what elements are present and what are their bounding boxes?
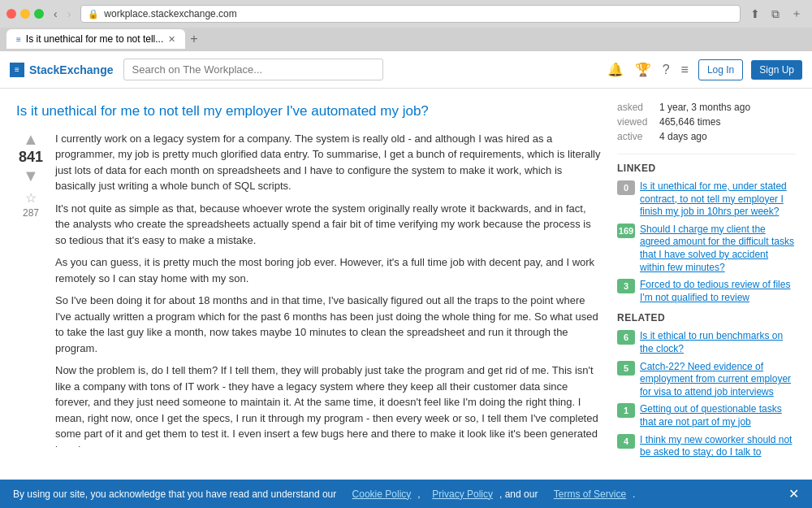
- site-name: StackExchange: [29, 63, 114, 76]
- question-content: ▲ 841 ▼ ☆ 287 I currently work on a lega…: [16, 131, 601, 447]
- upvote-button[interactable]: ▲: [23, 131, 39, 147]
- linked-link[interactable]: Is it unethical for me, under stated con…: [640, 180, 796, 219]
- related-badge: 5: [617, 361, 635, 376]
- main-container: Is it unethical for me to not tell my em…: [0, 89, 812, 460]
- linked-item: 3Forced to do tedious review of files I'…: [617, 279, 796, 304]
- search-input[interactable]: [123, 59, 383, 80]
- related-link[interactable]: I think my new coworker should not be as…: [640, 434, 796, 461]
- linked-title: LINKED: [617, 163, 796, 174]
- linked-badge: 3: [617, 279, 635, 293]
- linked-item: 0Is it unethical for me, under stated co…: [617, 180, 796, 219]
- stack-exchange-logo: ≡: [10, 63, 24, 77]
- question-title: Is it unethical for me to not tell my em…: [16, 102, 601, 121]
- post-paragraph: It's not quite as simple as that, becaus…: [55, 201, 601, 249]
- window-controls: [6, 9, 44, 19]
- active-label: active: [617, 131, 654, 142]
- related-item: 5Catch-22? Need evidence of employment f…: [617, 361, 796, 399]
- viewed-value: 465,646 times: [659, 116, 720, 128]
- tab-label: Is it unethical for me to not tell...: [26, 33, 163, 45]
- browser-chrome: ‹ › 🔒 workplace.stackexchange.com ⬆ ⧉ ＋ …: [0, 0, 812, 51]
- address-bar[interactable]: 🔒 workplace.stackexchange.com: [80, 5, 741, 23]
- site-header: ≡ StackExchange 🔔 🏆 ? ≡ Log In Sign Up: [0, 51, 812, 89]
- browser-titlebar: ‹ › 🔒 workplace.stackexchange.com ⬆ ⧉ ＋: [0, 0, 812, 28]
- linked-items: 0Is it unethical for me, under stated co…: [617, 180, 796, 304]
- active-tab[interactable]: ≡ Is it unethical for me to not tell... …: [6, 29, 185, 49]
- new-window-button[interactable]: ⧉: [768, 7, 783, 21]
- tab-bar: ≡ Is it unethical for me to not tell... …: [0, 28, 812, 50]
- related-title: RELATED: [617, 312, 796, 323]
- downvote-button[interactable]: ▼: [23, 167, 39, 184]
- lock-icon: 🔒: [88, 9, 99, 20]
- post-paragraph: So I've been doing it for about 18 month…: [55, 293, 601, 356]
- related-link[interactable]: Catch-22? Need evidence of employment fr…: [640, 361, 796, 399]
- related-item: 4I think my new coworker should not be a…: [617, 434, 796, 461]
- linked-badge: 169: [617, 224, 635, 238]
- inbox-icon[interactable]: 🔔: [606, 60, 625, 79]
- logo-area[interactable]: ≡ StackExchange: [10, 63, 114, 77]
- bookmark-button[interactable]: ☆: [25, 190, 37, 206]
- related-item: 1Getting out of questionable tasks that …: [617, 403, 796, 428]
- menu-icon[interactable]: ≡: [680, 61, 690, 79]
- tab-icon: ≡: [16, 35, 21, 44]
- linked-link[interactable]: Should I charge my client the agreed amo…: [640, 224, 796, 274]
- signup-button[interactable]: Sign Up: [751, 60, 802, 80]
- help-icon[interactable]: ?: [661, 61, 672, 79]
- related-link[interactable]: Getting out of questionable tasks that a…: [640, 403, 796, 428]
- viewed-label: viewed: [617, 116, 654, 128]
- sidebar: asked 1 year, 3 months ago viewed 465,64…: [617, 102, 796, 447]
- linked-item: 169Should I charge my client the agreed …: [617, 224, 796, 274]
- related-item: 6Is it ethical to run benchmarks on the …: [617, 330, 796, 355]
- related-badge: 4: [617, 434, 635, 449]
- tab-close-icon[interactable]: ✕: [168, 34, 175, 45]
- add-tab-button[interactable]: ＋: [788, 7, 806, 21]
- related-link[interactable]: Is it ethical to run benchmarks on the c…: [640, 330, 796, 355]
- url-text: workplace.stackexchange.com: [104, 8, 236, 20]
- related-badge: 1: [617, 403, 635, 418]
- linked-badge: 0: [617, 180, 635, 195]
- share-button[interactable]: ⬆: [747, 7, 763, 21]
- post-paragraph: Now the problem is, do I tell them? If I…: [55, 363, 601, 447]
- post-paragraph: I currently work on a legacy system for …: [55, 131, 601, 194]
- related-items: 6Is it ethical to run benchmarks on the …: [617, 330, 796, 460]
- back-button[interactable]: ‹: [50, 7, 61, 20]
- viewed-row: viewed 465,646 times: [617, 116, 796, 128]
- asked-row: asked 1 year, 3 months ago: [617, 102, 796, 113]
- active-value: 4 days ago: [659, 131, 707, 142]
- vote-count: 841: [19, 149, 43, 166]
- forward-button[interactable]: ›: [64, 7, 75, 20]
- bookmark-count: 287: [23, 207, 39, 219]
- related-badge: 6: [617, 330, 635, 345]
- asked-value: 1 year, 3 months ago: [659, 102, 750, 113]
- header-icons: 🔔 🏆 ? ≡ Log In Sign Up: [606, 59, 802, 80]
- meta-section: asked 1 year, 3 months ago viewed 465,64…: [617, 102, 796, 154]
- post-body: I currently work on a legacy system for …: [55, 131, 601, 447]
- maximize-button[interactable]: [34, 9, 44, 19]
- question-area: Is it unethical for me to not tell my em…: [16, 102, 601, 447]
- vote-column: ▲ 841 ▼ ☆ 287: [16, 131, 45, 447]
- new-tab-button[interactable]: +: [185, 32, 202, 46]
- close-button[interactable]: [6, 9, 16, 19]
- active-row: active 4 days ago: [617, 131, 796, 142]
- linked-link[interactable]: Forced to do tedious review of files I'm…: [640, 279, 796, 304]
- achievements-icon[interactable]: 🏆: [633, 60, 653, 79]
- minimize-button[interactable]: [20, 9, 30, 19]
- post-paragraph: As you can guess, it is pretty much the …: [55, 254, 601, 286]
- asked-label: asked: [617, 102, 654, 113]
- nav-buttons: ‹ ›: [50, 7, 74, 20]
- login-button[interactable]: Log In: [698, 59, 743, 80]
